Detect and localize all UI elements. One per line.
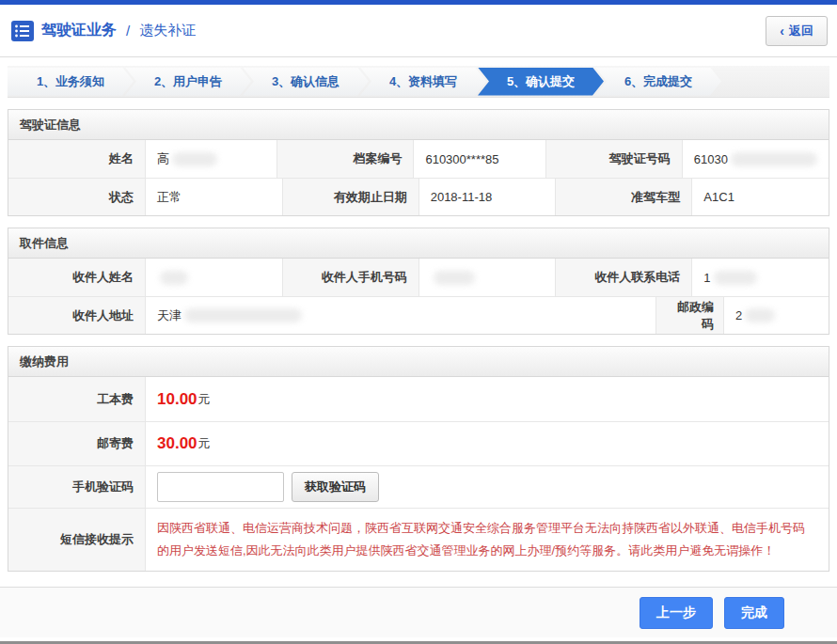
step-label: 6、完成提交 [624, 73, 692, 90]
fee-unit: 元 [198, 435, 211, 452]
table-row: 短信接收提示 因陕西省联通、电信运营商技术问题，陕西省互联网交通安全综合服务管理… [8, 508, 829, 571]
redacted-value [172, 152, 217, 166]
sms-notice-text: 因陕西省联通、电信运营商技术问题，陕西省互联网交通安全综合服务管理平台无法向持陕… [146, 509, 829, 571]
sms-notice-value: 因陕西省联通、电信运营商技术问题，陕西省互联网交通安全综合服务管理平台无法向持陕… [145, 509, 829, 571]
sms-code-label: 手机验证码 [8, 466, 145, 508]
status-value: 正常 [145, 179, 282, 215]
step-label: 5、确认提交 [507, 73, 575, 90]
postage-fee-value: 30.00 元 [145, 422, 829, 465]
value-text: 61030 [694, 152, 728, 166]
production-fee-label: 工本费 [8, 377, 145, 421]
table-row: 工本费 10.00 元 [8, 377, 829, 421]
value-text: A1C1 [703, 190, 734, 204]
recipient-phone-value: 1 [691, 259, 829, 296]
value-text: 天津 [157, 307, 182, 324]
postal-code-value: 2 [723, 297, 829, 334]
step-4-fill-data[interactable]: 4、资料填写 [360, 68, 486, 96]
page-subtitle: 遗失补证 [139, 22, 196, 39]
finish-button[interactable]: 完成 [724, 597, 784, 629]
breadcrumb: 驾驶证业务 / 遗失补证 [11, 21, 196, 41]
file-number-label: 档案编号 [276, 140, 413, 178]
breadcrumb-separator: / [126, 23, 130, 39]
expiry-date-value: 2018-11-18 [418, 179, 556, 215]
get-code-button[interactable]: 获取验证码 [292, 472, 379, 502]
recipient-address-value: 天津 [145, 297, 655, 334]
value-text: 正常 [157, 189, 182, 206]
step-3-confirm-info[interactable]: 3、确认信息 [243, 68, 369, 96]
table-row: 收件人姓名 收件人手机号码 收件人联系电话 1 [8, 259, 829, 296]
back-button-label: 返回 [789, 23, 813, 39]
fee-amount: 10.00 [157, 390, 197, 409]
page-title: 驾驶证业务 [41, 21, 117, 40]
payment-section: 缴纳费用 工本费 10.00 元 邮寄费 30.00 元 手机验证码 获取验证码… [8, 346, 829, 572]
name-label: 姓名 [8, 140, 145, 178]
step-5-confirm-submit[interactable]: 5、确认提交 [478, 68, 604, 96]
redacted-value [160, 271, 188, 285]
production-fee-value: 10.00 元 [145, 377, 829, 421]
recipient-mobile-value [418, 259, 556, 296]
vehicle-class-label: 准驾车型 [555, 179, 691, 215]
step-6-complete-submit[interactable]: 6、完成提交 [595, 68, 721, 96]
pickup-info-section: 取件信息 收件人姓名 收件人手机号码 收件人联系电话 1 收件人地址 天津 邮政… [8, 228, 829, 335]
step-label: 4、资料填写 [389, 73, 457, 90]
license-info-section: 驾驶证信息 姓名 高 档案编号 610300****85 驾驶证号码 61030… [8, 109, 829, 216]
status-label: 状态 [8, 179, 145, 215]
postal-code-label: 邮政编码 [655, 297, 723, 334]
step-label: 3、确认信息 [272, 73, 340, 90]
redacted-value [184, 308, 302, 322]
table-row: 姓名 高 档案编号 610300****85 驾驶证号码 61030 [8, 140, 829, 178]
footer-action-bar: 上一步 完成 [0, 587, 837, 637]
sms-code-field-area: 获取验证码 [145, 466, 829, 508]
step-1-business-notice[interactable]: 1、业务须知 [8, 68, 134, 96]
value-text: 610300****85 [425, 152, 498, 166]
redacted-value [731, 152, 817, 166]
sms-code-input[interactable] [157, 472, 284, 502]
list-icon [11, 21, 34, 41]
section-title: 取件信息 [8, 228, 829, 259]
value-text: 2018-11-18 [431, 190, 493, 204]
redacted-value [434, 271, 475, 285]
file-number-value: 610300****85 [413, 140, 545, 178]
fee-unit: 元 [198, 391, 211, 408]
name-value: 高 [145, 140, 276, 178]
recipient-name-value [145, 259, 282, 296]
vehicle-class-value: A1C1 [691, 179, 829, 215]
back-button[interactable]: ‹ 返回 [766, 16, 828, 46]
table-row: 手机验证码 获取验证码 [8, 465, 829, 508]
table-row: 收件人地址 天津 邮政编码 2 [8, 296, 829, 334]
page-header: 驾驶证业务 / 遗失补证 ‹ 返回 [0, 5, 837, 57]
recipient-name-label: 收件人姓名 [8, 259, 145, 296]
recipient-mobile-label: 收件人手机号码 [282, 259, 418, 296]
previous-step-button[interactable]: 上一步 [640, 597, 713, 629]
sms-notice-label: 短信接收提示 [8, 509, 145, 571]
section-title: 缴纳费用 [8, 347, 829, 377]
value-text: 1 [703, 271, 710, 285]
recipient-address-label: 收件人地址 [8, 297, 145, 334]
redacted-value [714, 271, 757, 285]
table-row: 邮寄费 30.00 元 [8, 421, 829, 465]
step-label: 1、业务须知 [37, 73, 104, 90]
step-2-user-declaration[interactable]: 2、用户申告 [125, 68, 251, 96]
section-title: 驾驶证信息 [8, 110, 829, 140]
value-text: 高 [157, 150, 169, 167]
expiry-date-label: 有效期止日期 [282, 179, 418, 215]
back-chevron-icon: ‹ [780, 24, 784, 38]
table-row: 状态 正常 有效期止日期 2018-11-18 准驾车型 A1C1 [8, 178, 829, 215]
value-text: 2 [735, 308, 742, 322]
fee-amount: 30.00 [157, 434, 197, 453]
step-label: 2、用户申告 [154, 73, 222, 90]
license-number-value: 61030 [682, 140, 829, 178]
step-progress-bar: 1、业务须知 2、用户申告 3、确认信息 4、资料填写 5、确认提交 6、完成提… [8, 66, 829, 98]
recipient-phone-label: 收件人联系电话 [555, 259, 691, 296]
postage-fee-label: 邮寄费 [8, 422, 145, 465]
redacted-value [745, 308, 775, 322]
license-number-label: 驾驶证号码 [545, 140, 682, 178]
